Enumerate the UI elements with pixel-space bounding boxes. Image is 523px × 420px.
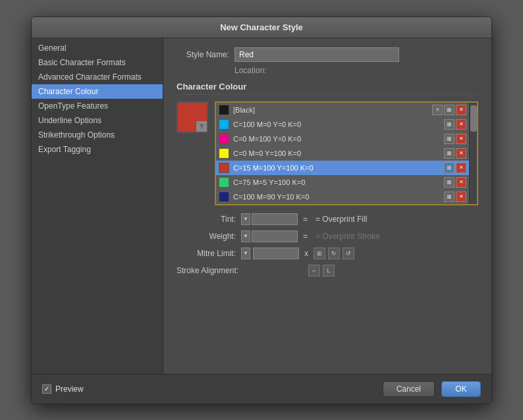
colour-preview-overlay: ? bbox=[196, 121, 207, 132]
sidebar-item-opentype-features[interactable]: OpenType Features bbox=[32, 99, 163, 113]
colour-grid-btn[interactable]: ▦ bbox=[444, 177, 454, 188]
style-name-input[interactable] bbox=[234, 47, 399, 62]
sidebar-item-strikethrough-options[interactable]: Strikethrough Options bbox=[32, 128, 163, 142]
colour-swatch-cyan bbox=[219, 119, 229, 130]
colour-item-icons: ▦ ✕ bbox=[444, 177, 466, 188]
colour-x-btn[interactable]: ✕ bbox=[456, 148, 466, 159]
colour-item-darkblue[interactable]: C=100 M=90 Y=10 K=0 ▦ ✕ bbox=[216, 190, 469, 204]
main-panel: Style Name: Location: Character Colour ?… bbox=[163, 38, 491, 374]
colour-area: ? [Black] ✕ ▦ ✕ bbox=[177, 101, 478, 205]
colour-item-green[interactable]: C=75 M=5 Y=100 K=0 ▦ ✕ bbox=[216, 175, 469, 190]
colour-x-btn[interactable]: ✕ bbox=[456, 134, 466, 144]
dialog-footer: ✓ Preview Cancel OK bbox=[32, 374, 491, 404]
colour-grid-btn[interactable]: ▦ bbox=[444, 105, 454, 115]
controls-area: Tint: ▼ = = Overprint Fill Weight: ▼ = bbox=[177, 213, 478, 276]
style-name-label: Style Name: bbox=[177, 50, 229, 59]
colour-item-icons: ▦ ✕ bbox=[444, 192, 466, 202]
tint-separator: = bbox=[303, 215, 308, 224]
tint-row: Tint: ▼ = = Overprint Fill bbox=[177, 213, 478, 225]
colour-grid-btn[interactable]: ▦ bbox=[444, 192, 454, 202]
colour-grid-btn[interactable]: ▦ bbox=[444, 119, 454, 130]
colour-x-btn[interactable]: ✕ bbox=[456, 119, 466, 130]
sidebar-item-underline-options[interactable]: Underline Options bbox=[32, 113, 163, 128]
cancel-button[interactable]: Cancel bbox=[383, 381, 435, 397]
mitre-input[interactable] bbox=[253, 248, 299, 259]
sidebar-item-advanced-character-formats[interactable]: Advanced Character Formats bbox=[32, 70, 163, 84]
mitre-icon-btn-2[interactable]: ↻ bbox=[328, 248, 340, 259]
colour-x-btn[interactable]: ✕ bbox=[456, 163, 466, 173]
colour-swatch-magenta bbox=[219, 134, 229, 144]
colour-item-magenta[interactable]: C=0 M=100 Y=0 K=0 ▦ ✕ bbox=[216, 132, 469, 146]
weight-separator: = bbox=[303, 232, 308, 241]
colour-item-black[interactable]: [Black] ✕ ▦ ✕ bbox=[216, 103, 469, 117]
location-label: Location: bbox=[234, 66, 478, 75]
colour-list-scrollbar[interactable] bbox=[469, 103, 477, 204]
stroke-align-btn-2[interactable]: L bbox=[323, 265, 335, 276]
style-name-row: Style Name: bbox=[177, 47, 478, 62]
colour-x-btn[interactable]: ✕ bbox=[456, 105, 466, 115]
colour-item-icons: ✕ ▦ ✕ bbox=[432, 105, 466, 115]
colour-swatch-green bbox=[219, 177, 229, 188]
weight-down-arrow[interactable]: ▼ bbox=[241, 230, 250, 242]
mitre-icon-btn-1[interactable]: ⊞ bbox=[314, 248, 325, 259]
overprint-stroke-label: = Overprint Stroke bbox=[316, 232, 380, 241]
weight-label: Weight: bbox=[177, 232, 236, 241]
stroke-alignment-row: Stroke Alignment: ⌐ L bbox=[177, 265, 478, 276]
colour-list: [Black] ✕ ▦ ✕ C=100 M=0 Y=0 K=0 bbox=[216, 103, 469, 204]
preview-checkbox-row[interactable]: ✓ Preview bbox=[42, 384, 84, 394]
footer-buttons: Cancel OK bbox=[383, 381, 481, 397]
colour-item-cyan[interactable]: C=100 M=0 Y=0 K=0 ▦ ✕ bbox=[216, 117, 469, 132]
tint-input[interactable] bbox=[252, 213, 298, 225]
sidebar-item-general[interactable]: General bbox=[32, 41, 163, 55]
stroke-alignment-label: Stroke Alignment: bbox=[177, 266, 238, 275]
colour-swatch-red bbox=[219, 163, 229, 173]
colour-item-yellow[interactable]: C=0 M=0 Y=100 K=0 ▦ ✕ bbox=[216, 146, 469, 161]
ok-button[interactable]: OK bbox=[441, 381, 481, 397]
mitre-controls: ▼ x ⊞ ↻ ↺ bbox=[241, 248, 354, 259]
colour-x-btn[interactable]: ✕ bbox=[456, 192, 466, 202]
section-title: Character Colour bbox=[177, 82, 478, 95]
stroke-align-btn-1[interactable]: ⌐ bbox=[308, 265, 320, 276]
mitre-x-label: x bbox=[304, 249, 308, 258]
tint-control: ▼ = bbox=[241, 213, 312, 225]
weight-control: ▼ = bbox=[241, 230, 312, 242]
weight-input[interactable] bbox=[252, 230, 298, 242]
preview-checkbox[interactable]: ✓ bbox=[42, 384, 51, 394]
tint-down-arrow[interactable]: ▼ bbox=[241, 213, 250, 225]
preview-label: Preview bbox=[55, 384, 84, 394]
colour-swatch-yellow bbox=[219, 148, 229, 159]
colour-swatch-black bbox=[219, 105, 229, 115]
colour-delete-btn[interactable]: ✕ bbox=[432, 105, 443, 115]
mitre-row: Mitre Limit: ▼ x ⊞ ↻ ↺ bbox=[177, 248, 478, 259]
colour-preview[interactable]: ? bbox=[177, 101, 208, 133]
dialog-content: General Basic Character Formats Advanced… bbox=[32, 38, 491, 374]
colour-grid-btn[interactable]: ▦ bbox=[444, 163, 454, 173]
colour-item-icons: ▦ ✕ bbox=[444, 119, 466, 130]
stroke-align-controls: ⌐ L bbox=[308, 265, 335, 276]
scrollbar-thumb bbox=[470, 105, 477, 132]
tint-label: Tint: bbox=[177, 215, 236, 224]
colour-item-icons: ▦ ✕ bbox=[444, 134, 466, 144]
sidebar-item-character-colour[interactable]: Character Colour bbox=[32, 84, 163, 99]
colour-item-icons: ▦ ✕ bbox=[444, 163, 466, 173]
mitre-icon-btn-3[interactable]: ↺ bbox=[343, 248, 354, 259]
sidebar-item-export-tagging[interactable]: Export Tagging bbox=[32, 142, 163, 157]
colour-swatch-darkblue bbox=[219, 192, 229, 202]
overprint-fill-label: = Overprint Fill bbox=[316, 215, 367, 224]
new-character-style-dialog: New Character Style General Basic Charac… bbox=[31, 16, 492, 404]
sidebar-item-basic-character-formats[interactable]: Basic Character Formats bbox=[32, 55, 163, 70]
colour-x-btn[interactable]: ✕ bbox=[456, 177, 466, 188]
colour-item-red[interactable]: C=15 M=100 Y=100 K=0 ▦ ✕ bbox=[216, 161, 469, 175]
colour-grid-btn[interactable]: ▦ bbox=[444, 134, 454, 144]
weight-row: Weight: ▼ = = Overprint Stroke bbox=[177, 230, 478, 242]
dialog-titlebar: New Character Style bbox=[32, 17, 491, 38]
colour-grid-btn[interactable]: ▦ bbox=[444, 148, 454, 159]
mitre-down-arrow[interactable]: ▼ bbox=[241, 248, 250, 259]
colour-item-icons: ▦ ✕ bbox=[444, 148, 466, 159]
mitre-label: Mitre Limit: bbox=[177, 249, 236, 258]
dialog-title: New Character Style bbox=[220, 22, 303, 32]
sidebar: General Basic Character Formats Advanced… bbox=[32, 38, 163, 374]
